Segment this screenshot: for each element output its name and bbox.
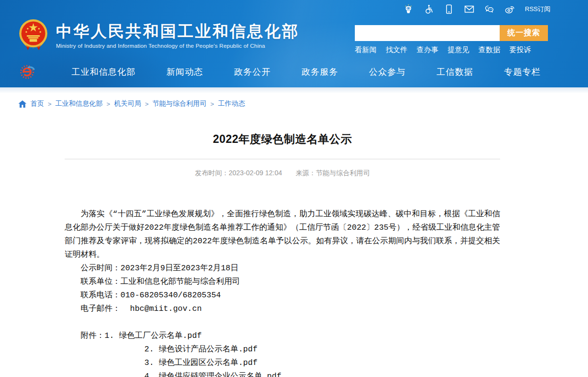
attachment-link[interactable]: 1. 绿色工厂公示名单.pdf (105, 331, 202, 340)
search-area: 统一搜索 看新闻找文件查办事提意见查数据要投诉 (355, 25, 548, 55)
topbar: RSS订阅 (403, 4, 550, 14)
attachment-link[interactable]: 4. 绿色供应链管理企业公示名单.pdf (144, 370, 500, 377)
quick-link[interactable]: 提意见 (448, 45, 469, 55)
quick-links: 看新闻找文件查办事提意见查数据要投诉 (355, 45, 548, 55)
main-nav: 工业和信息化部新闻动态政务公开政务服务公众参与工信数据专题专栏 (0, 56, 588, 87)
breadcrumb: 首页 > 工业和信息化部 > 机关司局 > 节能与综合利用司 > 工作动态 (18, 99, 588, 108)
breadcrumb-segment: > 工业和信息化部 (44, 99, 103, 108)
title-divider (65, 159, 500, 159)
rss-subscribe-link[interactable]: RSS订阅 (525, 5, 550, 14)
breadcrumb-segment: > 节能与综合利用司 (141, 99, 207, 108)
breadcrumb-separator: > (145, 100, 149, 108)
breadcrumb-separator: > (210, 100, 214, 108)
wechat-icon[interactable] (484, 4, 495, 14)
nav-item[interactable]: 工业和信息化部 (71, 66, 136, 78)
nav-items: 工业和信息化部新闻动态政务公开政务服务公众参与工信数据专题专栏 (71, 66, 541, 78)
attachment-link[interactable]: 2. 绿色设计产品公示名单.pdf (144, 343, 500, 356)
breadcrumb-item[interactable]: 工作动态 (218, 99, 245, 108)
miit-site-logo-icon (18, 63, 37, 81)
article-body: 为落实《“十四五”工业绿色发展规划》，全面推行绿色制造，助力工业领域实现碳达峰、… (65, 208, 500, 377)
source-label: 来源： (295, 169, 316, 177)
article-meta: 发布时间：2023-02-09 12:04来源：节能与综合利用司 (65, 169, 500, 178)
ministry-subtitle: Ministry of Industry and Information Tec… (56, 42, 299, 49)
breadcrumb-home[interactable]: 首页 (30, 99, 44, 108)
quick-link[interactable]: 要投诉 (509, 45, 531, 55)
search-input[interactable] (355, 25, 500, 41)
mobile-icon[interactable] (444, 4, 454, 14)
quick-link[interactable]: 查数据 (478, 45, 500, 55)
attachments-label: 附件： (81, 331, 105, 340)
site-header: RSS订阅 中华人民共和国工业和信息化部 Ministry of Industr… (0, 0, 588, 87)
article-title: 2022年度绿色制造名单公示 (65, 132, 500, 147)
nav-item[interactable]: 政务公开 (234, 66, 271, 78)
attachment-link[interactable]: 3. 绿色工业园区公示名单.pdf (144, 356, 500, 370)
mail-icon[interactable] (464, 4, 475, 14)
publish-time-value: 2023-02-09 12:04 (229, 169, 282, 177)
breadcrumb-item[interactable]: 节能与综合利用司 (153, 99, 207, 108)
breadcrumb-segment: > 工作动态 (207, 99, 245, 108)
nav-item[interactable]: 公众参与 (369, 66, 406, 78)
nav-item[interactable]: 政务服务 (301, 66, 338, 78)
info-line: 联系电话：010-68205340/68205354 (81, 289, 500, 302)
nav-item[interactable]: 新闻动态 (167, 66, 203, 78)
quick-link[interactable]: 查办事 (417, 45, 438, 55)
quick-link[interactable]: 看新闻 (355, 45, 377, 55)
unified-search-button[interactable]: 统一搜索 (500, 25, 548, 41)
attachment-rows: 2. 绿色设计产品公示名单.pdf3. 绿色工业园区公示名单.pdf4. 绿色供… (65, 343, 500, 377)
home-icon (18, 100, 27, 108)
breadcrumb-segment: > 机关司局 (103, 99, 141, 108)
article-paragraph: 为落实《“十四五”工业绿色发展规划》，全面推行绿色制造，助力工业领域实现碳达峰、… (65, 208, 500, 262)
attachment-row-1: 附件：1. 绿色工厂公示名单.pdf (81, 329, 500, 343)
nav-item[interactable]: 专题专栏 (504, 66, 541, 78)
quick-link[interactable]: 找文件 (386, 45, 407, 55)
weibo-icon[interactable] (504, 4, 515, 14)
breadcrumb-item[interactable]: 机关司局 (114, 99, 141, 108)
national-emblem-logo (18, 18, 48, 52)
attachments: 附件：1. 绿色工厂公示名单.pdf 2. 绿色设计产品公示名单.pdf3. 绿… (65, 329, 500, 377)
info-line: 联系单位：工业和信息化部节能与综合利用司 (81, 275, 500, 289)
info-line: 公示时间：2023年2月9日至2023年2月18日 (81, 262, 500, 275)
ai-assistant-icon[interactable] (403, 4, 414, 14)
info-line: 电子邮件： hbc@miit.gov.cn (81, 302, 500, 316)
article: 2022年度绿色制造名单公示 发布时间：2023-02-09 12:04来源：节… (65, 132, 500, 377)
contact-info: 公示时间：2023年2月9日至2023年2月18日联系单位：工业和信息化部节能与… (65, 262, 500, 316)
publish-time-label: 发布时间： (195, 169, 229, 177)
breadcrumb-separator: > (107, 100, 111, 108)
ministry-branding: 中华人民共和国工业和信息化部 Ministry of Industry and … (18, 18, 299, 52)
nav-item[interactable]: 工信数据 (436, 66, 473, 78)
breadcrumb-item[interactable]: 工业和信息化部 (56, 99, 103, 108)
header-bottom-strip (0, 87, 588, 93)
ministry-title: 中华人民共和国工业和信息化部 (56, 22, 299, 41)
source-value: 节能与综合利用司 (316, 169, 370, 177)
accessibility-icon[interactable] (423, 4, 434, 14)
breadcrumb-trail: > 工业和信息化部 > 机关司局 > 节能与综合利用司 > 工作动态 (44, 99, 245, 108)
breadcrumb-separator: > (48, 100, 52, 108)
